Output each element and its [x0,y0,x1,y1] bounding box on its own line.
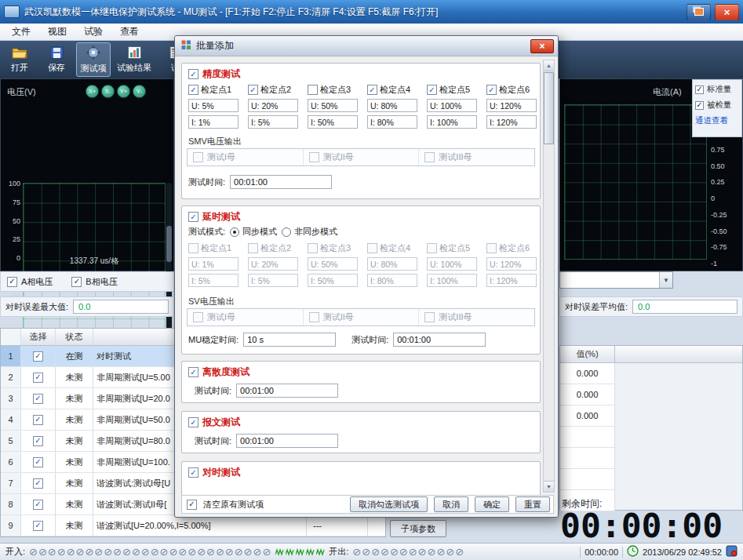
checkpoint-checkbox[interactable] [248,85,258,95]
channel-view-link[interactable]: 通道查看 [695,115,739,126]
bus3-toggle[interactable]: 测试III母 [418,149,534,165]
row-checkbox[interactable] [33,457,43,467]
tested-quantity-toggle[interactable]: 被检量 [695,100,739,111]
async-mode-option[interactable]: 非同步模式 [282,226,337,238]
scroll-down-arrow[interactable]: ▼ [544,481,554,492]
u-input[interactable]: U: 80% [367,99,417,112]
dispersion-checkbox[interactable] [188,367,198,377]
scrollbar-thumb[interactable] [166,226,172,262]
row-checkbox[interactable] [33,373,43,383]
save-button[interactable]: 保存 [39,42,74,77]
checkpoint-checkbox[interactable] [248,243,258,253]
bus3-toggle[interactable]: 测试III母 [418,309,534,325]
delay-checkbox[interactable] [188,212,198,222]
sync-mode-radio[interactable] [230,227,239,237]
dialog-scrollbar[interactable]: ▲ ▼ [543,60,555,493]
row-checkbox[interactable] [33,521,43,531]
scrollbar-thumb[interactable] [544,72,554,144]
timing-checkbox[interactable] [188,467,198,478]
i-input[interactable]: I: 5% [188,274,239,287]
i-input[interactable]: I: 5% [248,274,298,287]
test-time-input[interactable]: 00:01:00 [393,333,486,347]
standard-checkbox[interactable] [695,85,704,94]
i-input[interactable]: I: 50% [308,274,358,287]
bus2-checkbox[interactable] [309,152,319,162]
zoom-x-minus-button[interactable]: X- [101,85,115,98]
bus1-checkbox[interactable] [193,152,203,162]
zoom-y-minus-button[interactable]: Y- [133,85,146,98]
test-items-button[interactable]: 测试项 [76,42,111,77]
i-input[interactable]: I: 100% [427,115,477,129]
bus2-checkbox[interactable] [309,312,319,322]
table-row[interactable]: 9 未测 谐波测试[U=20.00%,I=5.00%] --- [1,515,385,536]
zoom-x-plus-button[interactable]: X+ [86,85,99,98]
u-input[interactable]: U: 120% [486,257,537,271]
i-input[interactable]: I: 100% [427,274,477,287]
u-input[interactable]: U: 100% [427,257,477,271]
message-checkbox[interactable] [188,417,198,427]
results-button[interactable]: 试验结果 [113,42,155,77]
phase-b-checkbox[interactable] [71,277,82,287]
bus3-checkbox[interactable] [424,312,435,322]
checkpoint-checkbox[interactable] [308,243,318,253]
bus2-toggle[interactable]: 测试II母 [303,309,419,325]
checkpoint-checkbox[interactable] [308,85,318,95]
scroll-up-arrow[interactable]: ▲ [544,60,554,71]
phase-b-toggle[interactable]: B相电压 [71,276,117,288]
i-input[interactable]: I: 120% [486,115,537,129]
checkpoint-checkbox[interactable] [367,85,377,95]
async-mode-radio[interactable] [282,227,291,237]
checkpoint-checkbox[interactable] [367,243,377,253]
precision-checkbox[interactable] [188,69,198,79]
bus1-toggle[interactable]: 测试I母 [188,149,303,165]
checkpoint-checkbox[interactable] [486,243,497,253]
bus1-toggle[interactable]: 测试I母 [188,309,303,325]
i-input[interactable]: I: 50% [308,115,358,129]
u-input[interactable]: U: 100% [427,99,477,112]
i-input[interactable]: I: 5% [248,115,298,129]
menu-file[interactable]: 文件 [3,24,39,40]
cancel-button[interactable]: 取消 [434,496,468,512]
i-input[interactable]: I: 1% [188,115,239,129]
menu-test[interactable]: 试验 [75,24,111,40]
phase-a-toggle[interactable]: A相电压 [7,276,53,288]
dialog-title-bar[interactable]: 批量添加 × [175,36,558,56]
u-input[interactable]: U: 5% [188,99,239,112]
u-input[interactable]: U: 80% [367,257,417,271]
row-checkbox[interactable] [33,478,43,489]
mu-stable-time-input[interactable]: 10 s [243,333,336,347]
tested-checkbox[interactable] [695,101,704,110]
reset-button[interactable]: 重置 [515,496,550,512]
open-button[interactable]: 打开 [2,42,37,77]
row-checkbox[interactable] [33,500,43,510]
u-input[interactable]: U: 50% [308,99,358,112]
window-close-button[interactable]: × [715,4,739,20]
menu-view[interactable]: 视图 [39,24,75,40]
test-time-input[interactable]: 00:01:00 [236,434,338,448]
i-input[interactable]: I: 80% [367,115,417,129]
sync-mode-option[interactable]: 同步模式 [230,226,277,238]
u-input[interactable]: U: 120% [486,99,537,112]
u-input[interactable]: U: 1% [188,257,239,271]
window-restore-button[interactable] [687,4,711,20]
row-checkbox[interactable] [33,351,43,362]
test-time-input[interactable]: 00:01:00 [236,384,338,398]
zoom-y-plus-button[interactable]: Y+ [117,85,130,98]
test-time-input[interactable]: 00:01:00 [230,175,332,189]
phase-a-checkbox[interactable] [7,277,17,287]
checkpoint-checkbox[interactable] [188,85,198,95]
checkpoint-checkbox[interactable] [427,243,437,253]
u-input[interactable]: U: 50% [308,257,358,271]
clear-existing-checkbox[interactable] [187,500,197,510]
row-checkbox[interactable] [33,415,43,425]
bus3-checkbox[interactable] [424,152,435,162]
menu-check[interactable]: 查看 [111,24,148,40]
row-checkbox[interactable] [33,436,43,446]
sub-params-button[interactable]: 子项参数 [390,520,446,537]
dialog-close-button[interactable]: × [530,39,554,53]
u-input[interactable]: U: 20% [248,257,298,271]
standard-quantity-toggle[interactable]: 标准量 [695,84,739,95]
i-input[interactable]: I: 80% [367,274,417,287]
checkpoint-checkbox[interactable] [427,85,437,95]
i-input[interactable]: I: 120% [486,274,537,287]
